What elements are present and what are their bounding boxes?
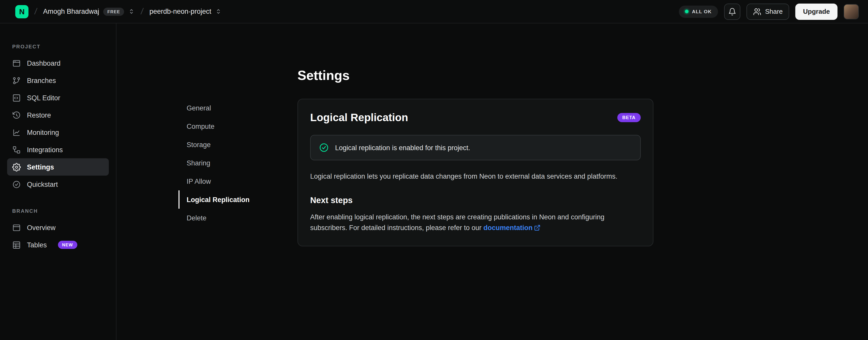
next-steps-title: Next steps (310, 195, 641, 205)
shell: PROJECT Dashboard Branches SQL Editor (0, 23, 868, 340)
org-selector[interactable]: Amogh Bharadwaj FREE (43, 7, 135, 16)
sidebar-item-tables[interactable]: Tables NEW (7, 236, 109, 253)
sidebar: PROJECT Dashboard Branches SQL Editor (0, 23, 117, 340)
main-content: General Compute Storage Sharing IP Allow… (117, 23, 868, 340)
settings-nav-compute[interactable]: Compute (179, 117, 298, 135)
status-dot-icon (685, 10, 688, 13)
sidebar-item-settings[interactable]: Settings (7, 158, 109, 176)
plan-badge: FREE (103, 7, 124, 16)
sidebar-item-restore[interactable]: Restore (7, 106, 109, 124)
avatar[interactable] (844, 4, 859, 19)
external-link-icon (534, 224, 541, 231)
sidebar-item-dashboard[interactable]: Dashboard (7, 54, 109, 72)
sidebar-item-integrations[interactable]: Integrations (7, 141, 109, 158)
status-label: ALL OK (692, 9, 712, 14)
status-badge[interactable]: ALL OK (679, 5, 718, 18)
sidebar-item-label: Quickstart (27, 180, 58, 188)
neon-logo-letter: N (19, 7, 25, 16)
chevron-updown-icon (215, 8, 222, 15)
branches-icon (12, 76, 21, 85)
tables-icon (12, 240, 21, 249)
restore-icon (12, 111, 21, 119)
topbar: N / Amogh Bharadwaj FREE / peerdb-neon-p… (0, 0, 868, 23)
settings-nav-logical-replication[interactable]: Logical Replication (179, 190, 298, 209)
sidebar-item-monitoring[interactable]: Monitoring (7, 124, 109, 141)
replication-description: Logical replication lets you replicate d… (310, 172, 641, 182)
settings-nav-storage[interactable]: Storage (179, 135, 298, 154)
sidebar-item-label: Integrations (27, 146, 63, 153)
replication-enabled-alert: Logical replication is enabled for this … (310, 135, 641, 160)
sidebar-item-overview[interactable]: Overview (7, 219, 109, 236)
breadcrumb-separator: / (139, 6, 145, 17)
settings-nav: General Compute Storage Sharing IP Allow… (179, 99, 298, 227)
alert-text: Logical replication is enabled for this … (335, 144, 470, 151)
settings-content: Settings Logical Replication BETA Logica… (298, 66, 653, 246)
neon-console: N / Amogh Bharadwaj FREE / peerdb-neon-p… (0, 0, 868, 340)
settings-nav-sharing[interactable]: Sharing (179, 154, 298, 172)
card-title: Logical Replication (310, 111, 408, 124)
sidebar-item-sql-editor[interactable]: SQL Editor (7, 89, 109, 106)
check-circle-icon (319, 143, 329, 153)
breadcrumb: N / Amogh Bharadwaj FREE / peerdb-neon-p… (15, 5, 222, 18)
sidebar-item-label: Branches (27, 77, 56, 84)
settings-nav-delete[interactable]: Delete (179, 209, 298, 227)
sidebar-item-label: SQL Editor (27, 94, 60, 102)
overview-icon (12, 223, 21, 232)
sidebar-item-label: Monitoring (27, 129, 59, 136)
dashboard-icon (12, 59, 21, 67)
gear-icon (12, 163, 21, 171)
sidebar-item-quickstart[interactable]: Quickstart (7, 176, 109, 193)
project-name: peerdb-neon-project (150, 8, 211, 15)
sidebar-section-branch: BRANCH (7, 208, 109, 214)
neon-logo[interactable]: N (15, 5, 29, 18)
monitoring-icon (12, 128, 21, 137)
settings-nav-ip-allow[interactable]: IP Allow (179, 172, 298, 190)
page-title: Settings (298, 66, 653, 84)
sidebar-item-label: Tables (27, 241, 47, 249)
check-circle-icon (12, 180, 21, 189)
sidebar-item-branches[interactable]: Branches (7, 72, 109, 89)
sidebar-section-project: PROJECT (7, 44, 109, 49)
settings-nav-general[interactable]: General (179, 99, 298, 117)
project-selector[interactable]: peerdb-neon-project (150, 8, 222, 15)
breadcrumb-separator: / (33, 6, 39, 17)
share-label: Share (765, 8, 782, 15)
sidebar-item-label: Overview (27, 224, 56, 231)
beta-badge: BETA (617, 113, 641, 122)
integrations-icon (12, 145, 21, 154)
upgrade-button[interactable]: Upgrade (796, 3, 837, 20)
documentation-link[interactable]: documentation (483, 224, 541, 232)
new-badge: NEW (58, 241, 77, 249)
share-button[interactable]: Share (746, 3, 789, 20)
topbar-actions: ALL OK Share Upgrade (679, 3, 859, 20)
org-name: Amogh Bharadwaj (43, 8, 99, 15)
logical-replication-card: Logical Replication BETA Logical replica… (298, 99, 653, 246)
sidebar-item-label: Restore (27, 111, 51, 119)
notifications-button[interactable] (724, 3, 740, 20)
chevron-updown-icon (128, 8, 135, 15)
sql-editor-icon (12, 93, 21, 102)
users-icon (753, 7, 761, 16)
sidebar-item-label: Dashboard (27, 59, 61, 67)
bell-icon (728, 7, 736, 16)
next-steps-text: After enabling logical replication, the … (310, 212, 641, 234)
sidebar-item-label: Settings (27, 163, 54, 171)
